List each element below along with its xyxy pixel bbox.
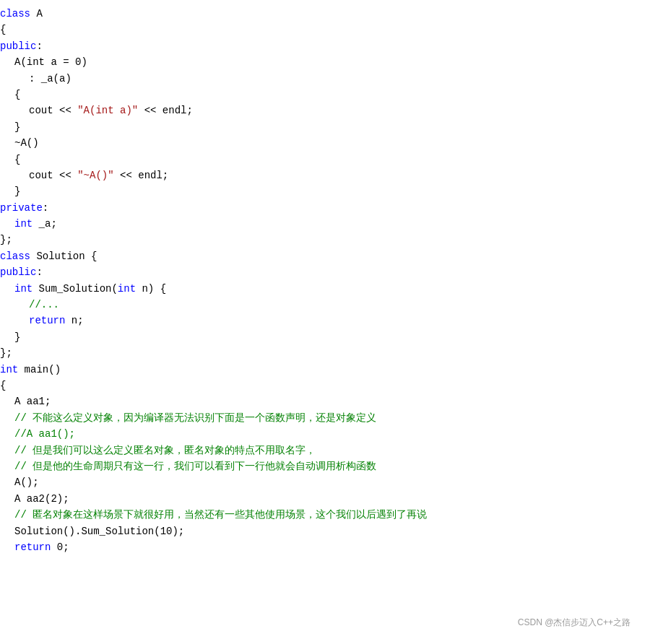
code-line: // 但是他的生命周期只有这一行，我们可以看到下一行他就会自动调用析构函数 bbox=[0, 458, 645, 474]
code-line: private: bbox=[0, 200, 645, 216]
code-line: Solution().Sum_Solution(10); bbox=[0, 523, 645, 539]
code-editor: class A{public:A(int a = 0): _a(a){cout … bbox=[0, 0, 645, 644]
code-token: Solution { bbox=[30, 248, 97, 264]
code-line: }; bbox=[0, 345, 645, 361]
code-content: class A{public:A(int a = 0): _a(a){cout … bbox=[0, 6, 645, 555]
code-token: A(int a = 0) bbox=[14, 54, 87, 70]
code-line: int main() bbox=[0, 362, 645, 378]
code-token: n; bbox=[65, 313, 83, 328]
code-line: { bbox=[0, 87, 645, 103]
code-line: : _a(a) bbox=[0, 71, 645, 87]
code-line: return n; bbox=[0, 313, 645, 328]
code-token: Solution().Sum_Solution(10); bbox=[14, 523, 184, 539]
code-line: class A bbox=[0, 6, 645, 22]
code-line: } bbox=[0, 329, 645, 345]
code-token: ~A() bbox=[14, 135, 39, 151]
code-token: Sum_Solution( bbox=[33, 281, 118, 297]
code-token: A(); bbox=[14, 474, 39, 490]
code-line: int Sum_Solution(int n) { bbox=[0, 281, 645, 297]
code-line: }; bbox=[0, 232, 645, 248]
code-token: cout bbox=[29, 167, 53, 183]
code-line: cout << "~A()" << endl; bbox=[0, 167, 645, 183]
code-line: public: bbox=[0, 264, 645, 280]
code-line: { bbox=[0, 152, 645, 167]
code-token: int bbox=[14, 216, 33, 232]
code-token: int bbox=[14, 281, 33, 297]
code-line: //... bbox=[0, 297, 645, 313]
code-token: // 但是他的生命周期只有这一行，我们可以看到下一行他就会自动调用析构函数 bbox=[14, 458, 376, 474]
code-token: }; bbox=[0, 345, 12, 361]
code-token: return bbox=[29, 313, 65, 328]
code-line: class Solution { bbox=[0, 248, 645, 264]
code-token: << bbox=[53, 167, 78, 183]
code-token: "~A()" bbox=[77, 167, 113, 183]
watermark: CSDN @杰信步迈入C++之路 bbox=[518, 616, 631, 630]
code-line: cout << "A(int a)" << endl; bbox=[0, 103, 645, 118]
code-token: : bbox=[43, 200, 48, 216]
code-line: return 0; bbox=[0, 539, 645, 555]
code-token: } bbox=[14, 329, 20, 345]
code-token: << endl; bbox=[138, 103, 193, 118]
code-line: A(); bbox=[0, 474, 645, 490]
code-token: // 但是我们可以这么定义匿名对象，匿名对象的特点不用取名字， bbox=[14, 443, 316, 458]
code-token: A aa1; bbox=[14, 393, 51, 409]
code-token: n) { bbox=[136, 281, 166, 297]
code-line: // 但是我们可以这么定义匿名对象，匿名对象的特点不用取名字， bbox=[0, 443, 645, 458]
code-token: //... bbox=[29, 297, 59, 313]
code-token: : bbox=[36, 264, 42, 280]
code-line: int _a; bbox=[0, 216, 645, 232]
code-token: : _a(a) bbox=[29, 71, 72, 87]
code-token: : bbox=[36, 38, 42, 54]
code-token: A bbox=[30, 6, 43, 22]
code-line: A aa1; bbox=[0, 393, 645, 409]
code-token: { bbox=[0, 378, 6, 393]
code-token: } bbox=[14, 183, 20, 199]
code-line: ~A() bbox=[0, 135, 645, 151]
code-line: // 不能这么定义对象，因为编译器无法识别下面是一个函数声明，还是对象定义 bbox=[0, 410, 645, 426]
code-line: { bbox=[0, 378, 645, 393]
code-token: return bbox=[14, 539, 51, 555]
code-token: class bbox=[0, 248, 30, 264]
code-token: A aa2(2); bbox=[14, 491, 69, 507]
code-token: } bbox=[14, 119, 20, 135]
code-token: main() bbox=[18, 362, 61, 378]
code-token: private bbox=[0, 200, 43, 216]
code-token: class bbox=[0, 6, 30, 22]
code-token: public bbox=[0, 264, 36, 280]
code-line: } bbox=[0, 119, 645, 135]
code-token: _a; bbox=[33, 216, 57, 232]
code-token: //A aa1(); bbox=[14, 426, 75, 442]
code-token: { bbox=[14, 87, 20, 103]
code-token: << bbox=[53, 103, 78, 118]
code-token: int bbox=[118, 281, 136, 297]
code-line: // 匿名对象在这样场景下就很好用，当然还有一些其他使用场景，这个我们以后遇到了… bbox=[0, 507, 645, 523]
code-token: "A(int a)" bbox=[77, 103, 138, 118]
code-token: << endl; bbox=[114, 167, 169, 183]
code-token: int bbox=[0, 362, 18, 378]
code-token: { bbox=[14, 152, 20, 167]
code-line: } bbox=[0, 183, 645, 199]
code-line: A(int a = 0) bbox=[0, 54, 645, 70]
code-token: }; bbox=[0, 232, 12, 248]
code-token: 0; bbox=[51, 539, 69, 555]
code-line: //A aa1(); bbox=[0, 426, 645, 442]
code-line: A aa2(2); bbox=[0, 491, 645, 507]
code-token: cout bbox=[29, 103, 53, 118]
code-line: public: bbox=[0, 38, 645, 54]
code-line: { bbox=[0, 22, 645, 38]
code-token: // 不能这么定义对象，因为编译器无法识别下面是一个函数声明，还是对象定义 bbox=[14, 410, 376, 426]
code-token: // 匿名对象在这样场景下就很好用，当然还有一些其他使用场景，这个我们以后遇到了… bbox=[14, 507, 427, 523]
code-token: { bbox=[0, 22, 6, 38]
code-token: public bbox=[0, 38, 36, 54]
